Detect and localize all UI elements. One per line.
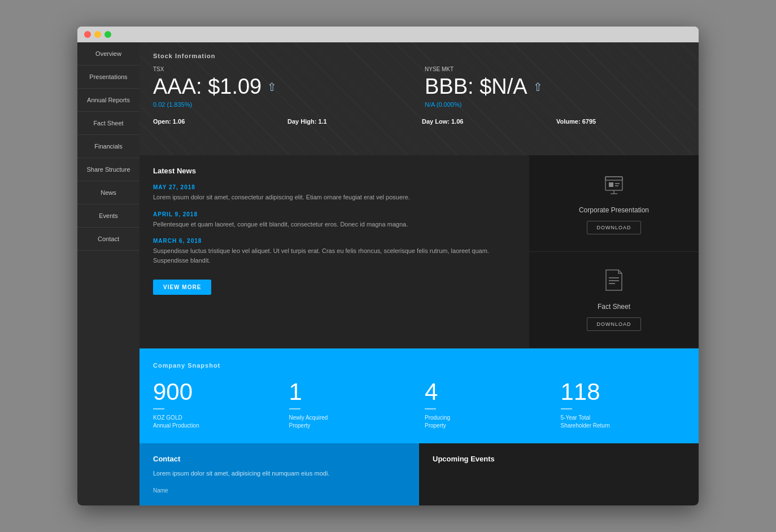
tsx-arrow-icon: ⇧	[267, 80, 277, 94]
snapshot-number-3: 4	[425, 380, 550, 404]
snapshot-desc-3: Producing Property	[425, 414, 550, 430]
snapshot-item-3: 4 Producing Property	[425, 380, 550, 430]
name-input[interactable]	[153, 496, 406, 506]
factsheet-download-button[interactable]: DOWNLOAD	[587, 317, 640, 331]
events-section: Upcoming Events	[419, 443, 699, 505]
contact-desc: Lorem ipsum dolor sit amet, adipisicing …	[153, 469, 406, 478]
fact-sheet-item: Fact Sheet DOWNLOAD	[529, 252, 699, 348]
view-more-button[interactable]: VIEW MORE	[153, 280, 211, 295]
contact-heading: Contact	[153, 455, 406, 463]
sidebar-item-overview[interactable]: Overview	[77, 42, 139, 66]
tsx-block: TSX AAA: $1.09 ⇧ 0.02 (1.835%)	[153, 66, 413, 108]
corporate-presentation-title: Corporate Presentation	[579, 206, 649, 214]
page-layout: Overview Presentations Annual Reports Fa…	[77, 42, 699, 505]
nyse-arrow-icon: ⇧	[533, 80, 543, 94]
factsheet-icon	[604, 269, 624, 296]
snapshot-number-1: 900	[153, 380, 278, 404]
snapshot-number-4: 118	[561, 380, 686, 404]
svg-rect-1	[605, 177, 622, 180]
news-section: Latest News MAY 27, 2018 Lorem ipsum dol…	[139, 155, 529, 348]
stock-grid: TSX AAA: $1.09 ⇧ 0.02 (1.835%) NYSE MKT …	[153, 66, 685, 108]
maximize-dot[interactable]	[104, 31, 111, 38]
snapshot-desc-2: Newly Acquired Property	[289, 414, 414, 430]
snapshot-label: Company Snapshot	[153, 362, 685, 369]
tsx-exchange-label: TSX	[153, 66, 413, 72]
news-item-2: APRIL 9, 2018 Pellentesque et quam laore…	[153, 211, 516, 229]
sidebar-item-events[interactable]: Events	[77, 204, 139, 228]
presentation-icon	[603, 172, 625, 199]
stock-section: Stock Information TSX AAA: $1.09 ⇧ 0.02 …	[139, 42, 699, 155]
sidebar-item-contact[interactable]: Contact	[77, 228, 139, 251]
sidebar-item-presentations[interactable]: Presentations	[77, 66, 139, 89]
news-text-2: Pellentesque et quam laoreet, congue eli…	[153, 220, 516, 229]
news-heading: Latest News	[153, 167, 516, 175]
snapshot-item-1: 900 KOZ GOLD Annual Production	[153, 380, 278, 430]
news-item-3: MARCH 6, 2018 Suspendisse luctus tristiq…	[153, 238, 516, 265]
sidebar-item-share-structure[interactable]: Share Structure	[77, 158, 139, 181]
open-stat: Open: 1.06	[153, 118, 282, 125]
main-content: Stock Information TSX AAA: $1.09 ⇧ 0.02 …	[139, 42, 699, 505]
minimize-dot[interactable]	[94, 31, 101, 38]
snapshot-divider-1	[153, 408, 164, 409]
nyse-price: BBB: $N/A ⇧	[425, 75, 685, 99]
snapshot-item-2: 1 Newly Acquired Property	[289, 380, 414, 430]
snapshot-grid: 900 KOZ GOLD Annual Production 1 Newly A…	[153, 380, 685, 430]
news-date-3: MARCH 6, 2018	[153, 238, 516, 244]
stock-stats: Open: 1.06 Day High: 1.1 Day Low: 1.06 V…	[153, 118, 685, 125]
daylow-stat: Day Low: 1.06	[422, 118, 551, 125]
svg-rect-0	[605, 177, 622, 190]
news-item-1: MAY 27, 2018 Lorem ipsum dolor sit amet,…	[153, 184, 516, 202]
sidebar-item-financials[interactable]: Financials	[77, 135, 139, 158]
stock-title: Stock Information	[153, 53, 685, 59]
events-heading: Upcoming Events	[433, 455, 685, 463]
name-label: Name	[153, 487, 406, 494]
contact-section: Contact Lorem ipsum dolor sit amet, adip…	[139, 443, 419, 505]
news-date-1: MAY 27, 2018	[153, 184, 516, 190]
bottom-row: Contact Lorem ipsum dolor sit amet, adip…	[139, 443, 699, 505]
sidebar-item-annual-reports[interactable]: Annual Reports	[77, 89, 139, 112]
fact-sheet-title: Fact Sheet	[598, 303, 630, 311]
close-dot[interactable]	[84, 31, 91, 38]
sidebar: Overview Presentations Annual Reports Fa…	[77, 42, 139, 505]
browser-window: Overview Presentations Annual Reports Fa…	[77, 27, 699, 505]
snapshot-divider-4	[561, 408, 572, 409]
snapshot-item-4: 118 5-Year Total Shareholder Return	[561, 380, 686, 430]
news-text-3: Suspendisse luctus tristique leo vel ali…	[153, 246, 516, 265]
snapshot-divider-3	[425, 408, 436, 409]
snapshot-desc-1: KOZ GOLD Annual Production	[153, 414, 278, 430]
nyse-change: N/A (0.000%)	[425, 101, 685, 108]
tsx-price: AAA: $1.09 ⇧	[153, 75, 413, 99]
news-date-2: APRIL 9, 2018	[153, 211, 516, 217]
snapshot-number-2: 1	[289, 380, 414, 404]
snapshot-desc-4: 5-Year Total Shareholder Return	[561, 414, 686, 430]
downloads-section: Corporate Presentation DOWNLOAD	[529, 155, 699, 348]
nyse-exchange-label: NYSE MKT	[425, 66, 685, 72]
name-field: Name	[153, 487, 406, 506]
tsx-change: 0.02 (1.835%)	[153, 101, 413, 108]
middle-row: Latest News MAY 27, 2018 Lorem ipsum dol…	[139, 155, 699, 348]
volume-stat: Volume: 6795	[556, 118, 685, 125]
sidebar-item-news[interactable]: News	[77, 181, 139, 204]
svg-rect-4	[609, 182, 613, 187]
news-text-1: Lorem ipsum dolor sit amet, consectetur …	[153, 193, 516, 202]
corporate-presentation-item: Corporate Presentation DOWNLOAD	[529, 155, 699, 252]
snapshot-section: Company Snapshot 900 KOZ GOLD Annual Pro…	[139, 348, 699, 443]
nyse-block: NYSE MKT BBB: $N/A ⇧ N/A (0.000%)	[425, 66, 685, 108]
dayhigh-stat: Day High: 1.1	[287, 118, 416, 125]
corporate-download-button[interactable]: DOWNLOAD	[587, 221, 640, 234]
browser-chrome	[77, 27, 699, 42]
snapshot-divider-2	[289, 408, 300, 409]
sidebar-item-fact-sheet[interactable]: Fact Sheet	[77, 112, 139, 135]
